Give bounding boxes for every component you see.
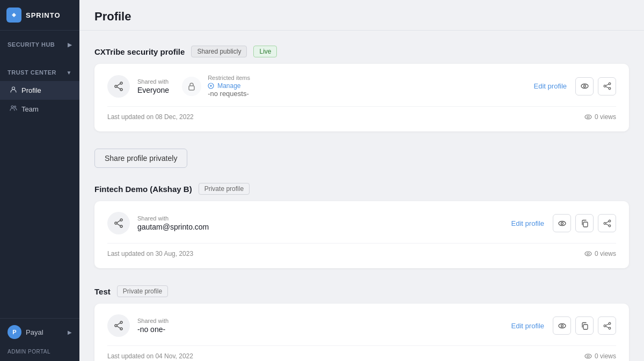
cxtribe-lock-area: Restricted items Manage bbox=[182, 75, 250, 98]
fintech-last-updated: Last updated on 30 Aug, 2023 bbox=[107, 250, 193, 257]
svg-rect-44 bbox=[583, 325, 588, 329]
user-avatar: P bbox=[8, 325, 21, 339]
test-card-bottom: Last updated on 04 Nov, 2022 0 views bbox=[107, 346, 616, 360]
cxtribe-card-bottom: Last updated on 08 Dec, 2022 0 views bbox=[107, 107, 616, 121]
svg-point-43 bbox=[561, 325, 563, 327]
svg-point-1 bbox=[12, 87, 15, 90]
svg-point-2 bbox=[11, 106, 13, 108]
svg-line-8 bbox=[117, 87, 120, 89]
svg-line-26 bbox=[117, 224, 120, 226]
main-content: CXTribe security profile Shared publicly… bbox=[79, 31, 644, 361]
svg-point-21 bbox=[587, 116, 589, 118]
cxtribe-header: CXTribe security profile Shared publicly… bbox=[94, 46, 629, 57]
share-privately-button[interactable]: Share profile privately bbox=[94, 149, 187, 168]
svg-point-27 bbox=[559, 221, 566, 225]
cxtribe-share-button[interactable] bbox=[598, 77, 616, 95]
svg-point-15 bbox=[609, 83, 611, 85]
fintech-name: Fintech Demo (Akshay B) bbox=[94, 185, 192, 194]
cxtribe-manage-link[interactable]: Manage bbox=[208, 82, 240, 90]
svg-point-28 bbox=[561, 222, 563, 224]
svg-point-45 bbox=[609, 322, 611, 325]
page-title: Profile bbox=[94, 10, 629, 24]
test-share-button[interactable] bbox=[598, 316, 616, 335]
profile-section-cxtribe: CXTribe security profile Shared publicly… bbox=[94, 46, 629, 131]
svg-point-46 bbox=[604, 325, 606, 327]
fintech-shared-info: Shared with gautam@sprinto.com bbox=[137, 215, 209, 231]
test-view-button[interactable] bbox=[553, 316, 571, 335]
cxtribe-edit-button[interactable]: Edit profile bbox=[530, 80, 571, 92]
svg-rect-29 bbox=[583, 222, 588, 227]
test-edit-button[interactable]: Edit profile bbox=[507, 320, 548, 332]
svg-line-7 bbox=[117, 84, 120, 86]
svg-point-30 bbox=[609, 220, 611, 222]
cxtribe-status-badge: Live bbox=[253, 46, 277, 57]
cxtribe-share-icon bbox=[107, 75, 130, 98]
svg-point-4 bbox=[120, 82, 122, 84]
test-card-actions: Edit profile bbox=[507, 316, 616, 335]
fintech-card: Shared with gautam@sprinto.com Edit prof… bbox=[94, 201, 629, 268]
fintech-card-bottom: Last updated on 30 Aug, 2023 0 views bbox=[107, 244, 616, 257]
sidebar-bottom: P Payal ▶ Admin Portal bbox=[0, 318, 79, 361]
test-shared-info: Shared with -no one- bbox=[137, 318, 169, 334]
test-name: Test bbox=[94, 287, 111, 296]
svg-point-22 bbox=[120, 219, 122, 221]
test-card-top: Shared with -no one- Edit profile bbox=[107, 314, 616, 346]
svg-point-35 bbox=[585, 252, 591, 256]
svg-point-31 bbox=[604, 222, 606, 224]
test-copy-button[interactable] bbox=[575, 316, 594, 335]
cxtribe-card-actions: Edit profile bbox=[530, 77, 616, 95]
test-views: 0 views bbox=[584, 352, 616, 360]
cxtribe-views: 0 views bbox=[584, 113, 616, 121]
sidebar-logo: SPRINTO bbox=[0, 0, 79, 31]
sidebar-item-trust-center[interactable]: Trust Center ▼ bbox=[0, 64, 79, 81]
team-icon bbox=[10, 105, 17, 114]
svg-point-37 bbox=[120, 321, 122, 323]
fintech-share-button[interactable] bbox=[598, 214, 616, 232]
cxtribe-card-top: Shared with Everyone Restricted items bbox=[107, 75, 616, 107]
svg-point-42 bbox=[559, 323, 566, 328]
profile-section-test: Test Private profile Sh bbox=[94, 285, 629, 361]
cxtribe-shared-info: Shared with Everyone bbox=[137, 78, 169, 94]
svg-point-32 bbox=[609, 225, 611, 227]
svg-point-5 bbox=[115, 85, 117, 87]
svg-point-23 bbox=[115, 222, 117, 224]
test-header: Test Private profile bbox=[94, 285, 629, 297]
cxtribe-view-button[interactable] bbox=[575, 77, 594, 95]
svg-point-14 bbox=[583, 85, 586, 87]
test-share-icon bbox=[107, 314, 130, 337]
svg-line-48 bbox=[605, 324, 608, 326]
svg-line-18 bbox=[605, 84, 608, 86]
sidebar-user[interactable]: P Payal ▶ bbox=[0, 319, 79, 345]
svg-point-50 bbox=[585, 354, 591, 358]
chevron-right-icon: ▶ bbox=[68, 329, 72, 335]
svg-point-6 bbox=[120, 89, 122, 91]
svg-point-13 bbox=[581, 84, 588, 89]
sidebar-item-team[interactable]: Team bbox=[0, 100, 79, 119]
svg-point-17 bbox=[609, 87, 611, 90]
main-content-area: Profile CXTribe security profile Shared … bbox=[79, 0, 644, 361]
admin-portal-label: Admin Portal bbox=[0, 345, 79, 361]
svg-point-39 bbox=[120, 328, 122, 330]
svg-line-25 bbox=[117, 220, 120, 223]
fintech-copy-button[interactable] bbox=[575, 214, 594, 232]
sidebar: SPRINTO Security Hub ▶ Trust Center ▼ Pr… bbox=[0, 0, 79, 361]
profile-icon bbox=[10, 86, 17, 95]
svg-line-40 bbox=[117, 323, 120, 325]
svg-point-36 bbox=[587, 253, 589, 255]
cxtribe-shared-value: Everyone bbox=[137, 86, 169, 94]
svg-line-49 bbox=[605, 326, 608, 328]
test-card: Shared with -no one- Edit profile bbox=[94, 304, 629, 361]
cxtribe-name: CXTribe security profile bbox=[94, 47, 185, 56]
cxtribe-restricted-row: Manage bbox=[208, 82, 250, 90]
fintech-view-button[interactable] bbox=[553, 214, 571, 232]
svg-line-41 bbox=[117, 326, 120, 328]
chevron-down-icon: ▼ bbox=[67, 70, 72, 76]
svg-point-20 bbox=[585, 115, 591, 119]
fintech-views: 0 views bbox=[584, 250, 616, 257]
fintech-edit-button[interactable]: Edit profile bbox=[507, 217, 548, 230]
svg-rect-9 bbox=[189, 86, 194, 90]
cxtribe-restricted-label: Restricted items bbox=[208, 75, 250, 81]
sidebar-item-profile[interactable]: Profile bbox=[0, 81, 79, 100]
sidebar-item-security-hub[interactable]: Security Hub ▶ bbox=[0, 36, 79, 53]
fintech-card-top: Shared with gautam@sprinto.com Edit prof… bbox=[107, 212, 616, 244]
